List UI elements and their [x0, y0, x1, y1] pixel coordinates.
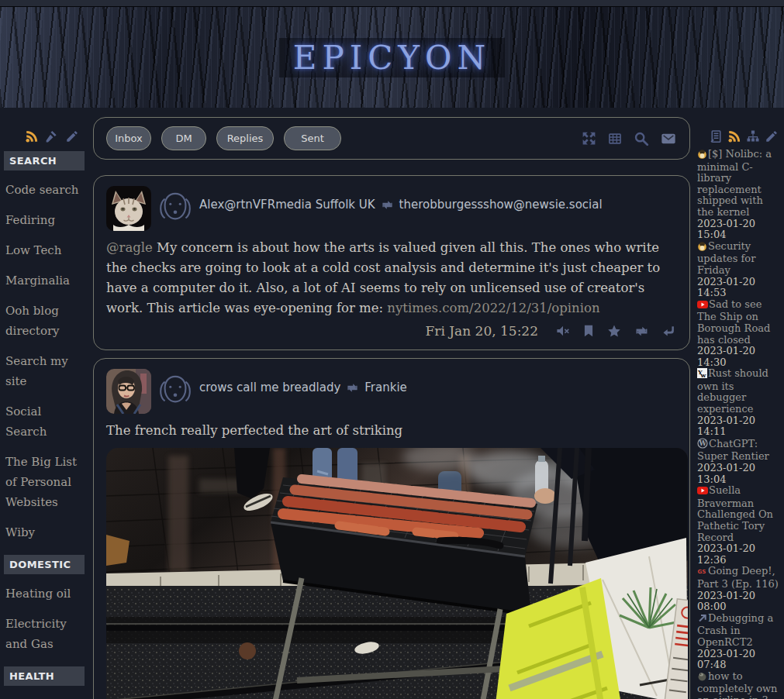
bookmark-icon[interactable] [583, 325, 594, 337]
post-1-recipient-handle[interactable]: therobburgessshow@newsie.social [399, 198, 603, 212]
post-1-mention-link[interactable]: @ragle [106, 240, 153, 255]
news-item: YwRust should own its debugger experienc… [697, 368, 780, 438]
news-time: 2023-01-20 08:00 [697, 591, 780, 613]
sidebar-link-big-list-personal-websites[interactable]: The Big List of Personal Websites [5, 452, 85, 512]
sidebar-header-health: HEALTH [4, 666, 85, 686]
youtube-icon [697, 300, 708, 312]
tab-inbox[interactable]: Inbox [106, 126, 151, 150]
sidebar-link-search-my-site[interactable]: Search my site [5, 351, 85, 391]
sidebar-link-wiby[interactable]: Wiby [5, 522, 85, 542]
newswire-column: [$] Nolibc: a minimal C-library replacem… [690, 108, 784, 699]
calendar-grid-icon[interactable] [607, 131, 623, 146]
news-time: 2023-01-20 14:11 [697, 415, 780, 438]
timeline-column: Inbox DM Replies Sent [93, 108, 690, 699]
post-2-attached-image[interactable] [106, 448, 688, 699]
external-arrow-icon [697, 613, 707, 626]
star-icon[interactable] [607, 325, 621, 338]
expand-icon[interactable] [581, 130, 597, 146]
news-item: how to completely own an airline in 3 [697, 671, 780, 699]
news-time: 2023-01-20 12:36 [697, 543, 780, 566]
boost-icon [381, 199, 394, 211]
rss-icon[interactable] [25, 129, 39, 143]
news-time: 2023-01-20 07:48 [697, 649, 780, 671]
sidebar-link-low-tech[interactable]: Low Tech [5, 240, 85, 260]
tab-dm[interactable]: DM [161, 126, 206, 150]
news-time: 2023-01-20 14:30 [697, 346, 780, 368]
dog-icon [157, 189, 193, 231]
sidebar-link-heating-oil[interactable]: Heating oil [5, 584, 85, 604]
search-icon[interactable] [633, 130, 650, 147]
site-title: EPICYON [279, 38, 506, 77]
sidebar-link-marginalia[interactable]: Marginalia [5, 270, 85, 291]
youtube-icon [697, 486, 708, 498]
mute-icon[interactable] [556, 325, 570, 337]
hammer-icon[interactable] [45, 129, 59, 143]
dog-icon [157, 372, 193, 414]
timeline-header: Inbox DM Replies Sent [93, 117, 690, 160]
news-item: Security updates for Friday 2023-01-20 1… [697, 241, 780, 299]
edit-icon[interactable] [765, 129, 779, 143]
hierarchy-icon[interactable] [746, 129, 760, 143]
post-1-content: @ragle My concern is about how the arts … [106, 238, 677, 319]
svg-text:W: W [698, 439, 706, 447]
news-time: 2023-01-20 14:53 [697, 277, 780, 299]
critter-favicon [697, 671, 707, 684]
post-1-author-handle[interactable]: Alex@rtnVFRmedia Suffolk UK [199, 198, 375, 212]
sidebar-header-domestic: DOMESTIC [4, 555, 85, 574]
news-item: Sad to see The Ship on Borough Road has … [697, 299, 780, 369]
svg-text:w: w [700, 371, 707, 378]
post-1-article-link[interactable]: nytimes.com/2022/12/31/opinion [387, 301, 599, 315]
tab-sent[interactable]: Sent [284, 126, 341, 150]
sidebar-link-code-search[interactable]: Code search [5, 180, 85, 200]
news-item: Suella Braverman Challenged On Pathetic … [697, 485, 780, 566]
post-2-content: The french really perfected the art of s… [106, 421, 677, 441]
sidebar-header-search: SEARCH [4, 151, 85, 170]
news-item: [$] Nolibc: a minimal C-library replacem… [697, 149, 780, 241]
news-item: WChatGPT: Super Rentier 2023-01-20 13:04 [697, 438, 780, 485]
post-2: crows call me breadlady Frankie The fren… [93, 358, 690, 699]
gs-favicon: GS [697, 566, 707, 579]
sidebar-link-coronavirus-statistics[interactable]: Coronavirus statistics [5, 695, 85, 699]
news-item: Debugging a Crash in OpenRCT2 2023-01-20… [697, 613, 780, 671]
sidebar-link-electricity-and-gas[interactable]: Electricity and Gas [5, 614, 85, 654]
envelope-icon[interactable] [660, 131, 677, 146]
news-time: 2023-01-20 13:04 [697, 463, 780, 485]
post-2-recipient-handle[interactable]: Frankie [364, 380, 407, 394]
reply-icon[interactable] [662, 325, 675, 337]
lwn-icon [697, 241, 707, 254]
news-item: GSGoing Deep!, Part 3 (Ep. 116) 2023-01-… [697, 566, 780, 612]
lwn-icon [697, 149, 707, 162]
left-column: SEARCH Code search Fediring Low Tech Mar… [0, 108, 88, 699]
yw-favicon: Yw [697, 368, 707, 381]
newswire-document-icon[interactable] [710, 129, 723, 143]
edit-icon[interactable] [65, 129, 79, 143]
post-2-author-handle[interactable]: crows call me breadlady [199, 380, 340, 394]
boost-icon [346, 382, 359, 394]
post-1-timestamp: Fri Jan 20, 15:22 [426, 323, 539, 339]
tab-replies[interactable]: Replies [216, 126, 274, 150]
post-2-avatar[interactable] [106, 369, 151, 414]
svg-text:GS: GS [698, 569, 706, 575]
rss-icon[interactable] [727, 129, 741, 143]
sidebar-link-fediring[interactable]: Fediring [5, 210, 85, 230]
site-banner[interactable]: EPICYON [0, 7, 784, 108]
wordpress-icon: W [697, 438, 708, 452]
repeat-icon[interactable] [634, 325, 649, 338]
news-time: 2023-01-20 15:04 [697, 219, 780, 241]
top-strip [0, 0, 784, 7]
sidebar-link-ooh-blog-directory[interactable]: Ooh blog directory [5, 301, 85, 341]
post-1-avatar-cat[interactable] [106, 186, 151, 231]
post-1: Alex@rtnVFRmedia Suffolk UK therobburges… [93, 175, 690, 350]
sidebar-link-social-search[interactable]: Social Search [5, 401, 85, 442]
